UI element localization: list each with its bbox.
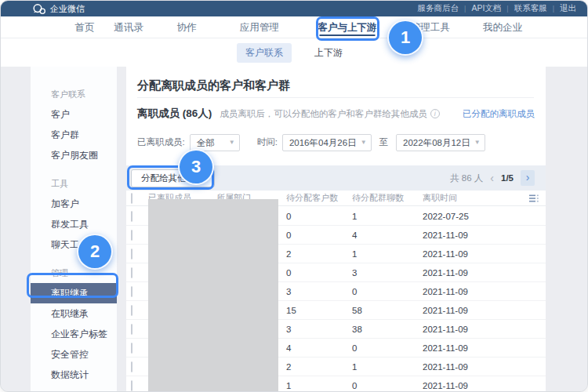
app-window: 企业微信 服务商后台|API文档|联系客服|退出 首页通讯录协作应用管理客户与上…	[0, 0, 588, 392]
row-checkbox[interactable]	[131, 305, 132, 316]
cell-leave-date: 2021-11-09	[423, 249, 522, 259]
sidebar-item[interactable]: 加客户	[31, 194, 117, 214]
col-header-date: 离职时间	[423, 192, 522, 204]
topbar-links: 服务商后台|API文档|联系客服|退出	[418, 3, 576, 14]
date-to-select[interactable]: 2022年08月12日 ▼	[396, 134, 485, 151]
tab-upstream-downstream[interactable]: 上下游	[306, 43, 351, 63]
cell-pending-customers: 2	[286, 362, 352, 372]
date-range-to-label: 至	[379, 136, 389, 148]
section-title: 离职成员 (86人)	[137, 107, 212, 121]
cell-leave-date: 2021-11-09	[423, 287, 522, 296]
row-checkbox[interactable]	[131, 211, 132, 222]
page-title: 分配离职成员的客户和客户群	[137, 78, 290, 93]
logo-text: 企业微信	[50, 3, 85, 15]
time-filter-label: 时间:	[257, 136, 278, 148]
divider	[137, 97, 534, 98]
col-header-customers: 待分配客户数	[286, 192, 352, 204]
row-checkbox[interactable]	[131, 361, 132, 372]
select-all-checkbox[interactable]	[131, 193, 132, 204]
topbar-link[interactable]: 联系客服	[514, 3, 547, 14]
cell-pending-groups: 4	[352, 230, 423, 240]
prev-page-icon[interactable]: ‹	[490, 172, 494, 183]
cell-pending-groups: 3	[352, 268, 423, 278]
cell-pending-customers: 4	[286, 343, 352, 353]
sidebar-item[interactable]: 客户	[31, 104, 117, 125]
cell-pending-groups: 58	[352, 306, 423, 315]
chevron-down-icon: ▼	[229, 135, 235, 151]
topbar-link[interactable]: 服务商后台	[418, 3, 459, 14]
column-settings-icon[interactable]	[522, 194, 546, 203]
section-header-row: 离职成员 (86人) 成员离职后，可以分配他的客户和客户群给其他成员 i 已分配…	[137, 107, 535, 121]
primary-nav: 首页通讯录协作应用管理客户与上下游管理工具我的企业	[1, 16, 587, 38]
cell-pending-groups: 0	[352, 343, 423, 353]
cell-pending-groups: 1	[352, 362, 423, 372]
annotation-step-1: 1	[387, 20, 423, 56]
filter-row: 已离职成员: 全部 ▼ 时间: 2016年04月26日 ▼ 至 2022年08月…	[137, 133, 485, 151]
sidebar-item[interactable]: 在职继承	[31, 303, 117, 324]
cell-pending-groups: 0	[352, 381, 423, 390]
topbar-link-separator: |	[553, 5, 554, 13]
cell-leave-date: 2021-11-09	[423, 343, 522, 353]
cell-leave-date: 2022-07-25	[423, 212, 522, 221]
col-header-groups: 待分配群聊数	[352, 192, 423, 204]
cell-pending-groups: 1	[352, 212, 423, 221]
annotation-step-3: 3	[178, 149, 214, 185]
cell-pending-customers: 0	[286, 230, 352, 240]
row-checkbox[interactable]	[131, 324, 132, 335]
cell-pending-groups: 0	[352, 287, 423, 296]
page-indicator: 1/5	[501, 173, 514, 183]
subtab-strip: 客户联系 上下游	[1, 38, 587, 67]
cell-leave-date: 2021-11-09	[423, 325, 522, 334]
cell-pending-customers: 3	[286, 287, 352, 296]
row-checkbox[interactable]	[131, 267, 132, 278]
cell-leave-date: 2021-11-09	[423, 381, 522, 390]
top-nav-item[interactable]: 通讯录	[114, 16, 143, 38]
top-nav-item[interactable]: 应用管理	[240, 16, 279, 38]
row-checkbox[interactable]	[131, 380, 132, 391]
redacted-content-block	[148, 199, 278, 392]
main-panel: 分配离职成员的客户和客户群 离职成员 (86人) 成员离职后，可以分配他的客户和…	[126, 67, 546, 391]
assigned-members-link[interactable]: 已分配的离职成员	[463, 108, 535, 120]
sidebar-item[interactable]: 客户群	[31, 125, 117, 145]
sidebar-section-header: 客户联系	[31, 84, 117, 104]
chevron-down-icon: ▼	[474, 135, 481, 151]
top-nav-item[interactable]: 我的企业	[483, 16, 522, 38]
chat-bubble-icon	[32, 3, 46, 15]
next-page-icon[interactable]: ›	[521, 170, 535, 186]
cell-pending-customers: 1	[286, 381, 352, 390]
total-count-label: 共 86 人	[450, 172, 483, 184]
cell-pending-customers: 15	[286, 306, 352, 315]
sidebar-item[interactable]: 安全管控	[31, 344, 117, 365]
pagination: 共 86 人 ‹ 1/5 ›	[450, 170, 535, 186]
row-checkbox[interactable]	[131, 343, 132, 354]
row-checkbox[interactable]	[131, 230, 132, 241]
row-checkbox[interactable]	[131, 286, 132, 297]
topbar-link[interactable]: API文档	[471, 3, 501, 14]
cell-pending-customers: 0	[286, 268, 352, 278]
date-from-select[interactable]: 2016年04月26日 ▼	[282, 134, 372, 151]
sidebar-item[interactable]: 离职继承	[31, 283, 117, 303]
tab-customer-contact[interactable]: 客户联系	[237, 43, 292, 63]
sidebar-item[interactable]: 数据统计	[31, 365, 117, 385]
member-filter-label: 已离职成员:	[137, 136, 185, 148]
cell-pending-customers: 2	[286, 249, 352, 259]
sidebar-item[interactable]: 企业客户标签	[31, 324, 117, 344]
sidebar: 客户联系客户客户群客户朋友圈工具加客户群发工具聊天工具管理离职继承在职继承企业客…	[31, 67, 117, 391]
annotation-step-2: 2	[77, 234, 113, 270]
chevron-down-icon: ▼	[361, 135, 367, 151]
top-nav-item[interactable]: 协作	[177, 16, 197, 38]
cell-leave-date: 2021-11-09	[423, 362, 522, 372]
info-icon[interactable]: i	[430, 109, 440, 118]
cell-pending-customers: 3	[286, 325, 352, 334]
topbar-link[interactable]: 退出	[560, 3, 576, 14]
top-nav-item[interactable]: 首页	[75, 16, 95, 38]
row-checkbox[interactable]	[131, 249, 132, 260]
top-nav-item[interactable]: 客户与上下游	[318, 16, 377, 38]
sidebar-item[interactable]: 群发工具	[31, 214, 117, 234]
sidebar-item[interactable]: 客户朋友圈	[31, 145, 117, 165]
topbar-link-separator: |	[506, 5, 508, 13]
cell-pending-groups: 1	[352, 249, 423, 259]
sidebar-section-header: 工具	[31, 173, 117, 194]
cell-leave-date: 2021-11-09	[423, 268, 522, 278]
wecom-logo: 企业微信	[32, 3, 85, 15]
